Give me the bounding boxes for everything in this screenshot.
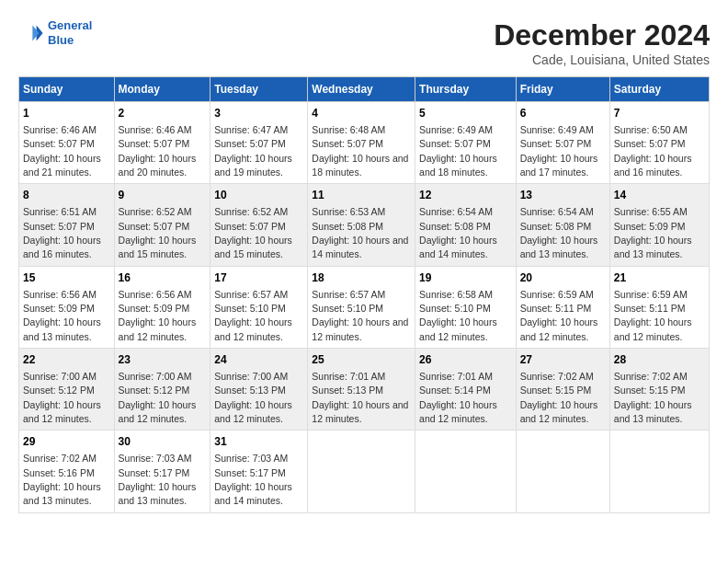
title-section: December 2024 Cade, Louisiana, United St… [494,18,710,67]
day-info: Sunrise: 6:52 AMSunset: 5:07 PMDaylight:… [214,206,292,259]
subtitle: Cade, Louisiana, United States [494,52,710,67]
logo-line1: General [48,18,92,32]
table-row: 23Sunrise: 7:00 AMSunset: 5:12 PMDayligh… [114,349,210,431]
logo-text: General Blue [48,18,92,47]
logo: General Blue [18,18,92,47]
calendar-week-row: 8Sunrise: 6:51 AMSunset: 5:07 PMDaylight… [19,184,710,266]
day-info: Sunrise: 6:59 AMSunset: 5:11 PMDaylight:… [520,289,598,342]
day-number: 27 [520,352,606,368]
day-info: Sunrise: 6:48 AMSunset: 5:07 PMDaylight:… [312,124,408,178]
day-info: Sunrise: 6:50 AMSunset: 5:07 PMDaylight:… [614,124,692,178]
day-info: Sunrise: 7:03 AMSunset: 5:17 PMDaylight:… [214,453,292,506]
day-number: 26 [419,352,512,368]
col-friday: Friday [516,77,609,102]
table-row: 30Sunrise: 7:03 AMSunset: 5:17 PMDayligh… [114,431,210,512]
day-number: 8 [23,188,110,203]
table-row: 19Sunrise: 6:58 AMSunset: 5:10 PMDayligh… [415,266,517,348]
day-info: Sunrise: 6:49 AMSunset: 5:07 PMDaylight:… [520,124,598,178]
main-title: December 2024 [494,18,710,52]
day-info: Sunrise: 6:57 AMSunset: 5:10 PMDaylight:… [214,289,292,342]
table-row: 28Sunrise: 7:02 AMSunset: 5:15 PMDayligh… [609,349,709,431]
table-row: 31Sunrise: 7:03 AMSunset: 5:17 PMDayligh… [210,431,308,512]
day-info: Sunrise: 6:56 AMSunset: 5:09 PMDaylight:… [119,289,197,342]
day-number: 11 [312,188,411,203]
day-number: 23 [119,352,207,368]
day-info: Sunrise: 6:56 AMSunset: 5:09 PMDaylight:… [23,289,101,342]
table-row: 5Sunrise: 6:49 AMSunset: 5:07 PMDaylight… [415,102,517,184]
day-number: 29 [23,434,110,450]
calendar-week-row: 15Sunrise: 6:56 AMSunset: 5:09 PMDayligh… [19,266,710,348]
day-info: Sunrise: 6:47 AMSunset: 5:07 PMDaylight:… [214,124,292,178]
day-info: Sunrise: 6:46 AMSunset: 5:07 PMDaylight:… [23,124,101,178]
table-row: 15Sunrise: 6:56 AMSunset: 5:09 PMDayligh… [19,266,115,348]
page-container: General Blue December 2024 Cade, Louisia… [18,18,710,513]
day-number: 22 [23,352,110,368]
day-info: Sunrise: 7:00 AMSunset: 5:12 PMDaylight:… [23,371,101,424]
day-info: Sunrise: 6:54 AMSunset: 5:08 PMDaylight:… [520,206,598,259]
table-row: 17Sunrise: 6:57 AMSunset: 5:10 PMDayligh… [210,266,308,348]
table-row [415,431,517,512]
day-number: 30 [119,434,207,450]
col-monday: Monday [114,77,210,102]
logo-icon [18,20,44,46]
table-row: 29Sunrise: 7:02 AMSunset: 5:16 PMDayligh… [19,431,115,512]
calendar-header-row: Sunday Monday Tuesday Wednesday Thursday… [19,77,710,102]
table-row [609,431,709,512]
day-number: 12 [419,188,512,203]
table-row [308,431,415,512]
col-tuesday: Tuesday [210,77,308,102]
day-number: 5 [419,106,512,121]
table-row: 20Sunrise: 6:59 AMSunset: 5:11 PMDayligh… [516,266,609,348]
day-number: 10 [214,188,303,203]
calendar-table: Sunday Monday Tuesday Wednesday Thursday… [18,76,710,513]
day-info: Sunrise: 6:58 AMSunset: 5:10 PMDaylight:… [419,289,497,342]
day-number: 17 [214,270,303,286]
table-row: 16Sunrise: 6:56 AMSunset: 5:09 PMDayligh… [114,266,210,348]
table-row: 21Sunrise: 6:59 AMSunset: 5:11 PMDayligh… [609,266,709,348]
table-row: 9Sunrise: 6:52 AMSunset: 5:07 PMDaylight… [114,184,210,266]
day-info: Sunrise: 6:53 AMSunset: 5:08 PMDaylight:… [312,206,408,259]
day-number: 25 [312,352,411,368]
table-row: 10Sunrise: 6:52 AMSunset: 5:07 PMDayligh… [210,184,308,266]
day-info: Sunrise: 7:00 AMSunset: 5:12 PMDaylight:… [119,371,197,424]
day-number: 20 [520,270,606,286]
day-info: Sunrise: 6:46 AMSunset: 5:07 PMDaylight:… [119,124,197,178]
table-row: 4Sunrise: 6:48 AMSunset: 5:07 PMDaylight… [308,102,415,184]
day-info: Sunrise: 7:02 AMSunset: 5:15 PMDaylight:… [520,371,598,424]
day-number: 19 [419,270,512,286]
day-info: Sunrise: 7:01 AMSunset: 5:14 PMDaylight:… [419,371,497,424]
day-info: Sunrise: 6:54 AMSunset: 5:08 PMDaylight:… [419,206,497,259]
day-info: Sunrise: 7:01 AMSunset: 5:13 PMDaylight:… [312,371,408,424]
day-number: 13 [520,188,606,203]
day-number: 1 [23,106,110,121]
table-row: 2Sunrise: 6:46 AMSunset: 5:07 PMDaylight… [114,102,210,184]
table-row: 8Sunrise: 6:51 AMSunset: 5:07 PMDaylight… [19,184,115,266]
day-info: Sunrise: 6:59 AMSunset: 5:11 PMDaylight:… [614,289,692,342]
day-info: Sunrise: 7:00 AMSunset: 5:13 PMDaylight:… [214,371,292,424]
table-row: 25Sunrise: 7:01 AMSunset: 5:13 PMDayligh… [308,349,415,431]
table-row: 7Sunrise: 6:50 AMSunset: 5:07 PMDaylight… [609,102,709,184]
calendar-week-row: 22Sunrise: 7:00 AMSunset: 5:12 PMDayligh… [19,349,710,431]
day-number: 9 [119,188,207,203]
col-saturday: Saturday [609,77,709,102]
table-row: 6Sunrise: 6:49 AMSunset: 5:07 PMDaylight… [516,102,609,184]
table-row: 24Sunrise: 7:00 AMSunset: 5:13 PMDayligh… [210,349,308,431]
day-info: Sunrise: 6:52 AMSunset: 5:07 PMDaylight:… [119,206,197,259]
col-sunday: Sunday [19,77,115,102]
table-row: 18Sunrise: 6:57 AMSunset: 5:10 PMDayligh… [308,266,415,348]
day-number: 21 [614,270,705,286]
day-number: 6 [520,106,606,121]
day-number: 4 [312,106,411,121]
day-number: 28 [614,352,705,368]
table-row: 26Sunrise: 7:01 AMSunset: 5:14 PMDayligh… [415,349,517,431]
day-info: Sunrise: 7:03 AMSunset: 5:17 PMDaylight:… [119,453,197,506]
day-number: 24 [214,352,303,368]
day-info: Sunrise: 6:55 AMSunset: 5:09 PMDaylight:… [614,206,692,259]
table-row [516,431,609,512]
table-row: 11Sunrise: 6:53 AMSunset: 5:08 PMDayligh… [308,184,415,266]
table-row: 12Sunrise: 6:54 AMSunset: 5:08 PMDayligh… [415,184,517,266]
table-row: 13Sunrise: 6:54 AMSunset: 5:08 PMDayligh… [516,184,609,266]
day-number: 15 [23,270,110,286]
day-info: Sunrise: 6:51 AMSunset: 5:07 PMDaylight:… [23,206,101,259]
col-wednesday: Wednesday [308,77,415,102]
